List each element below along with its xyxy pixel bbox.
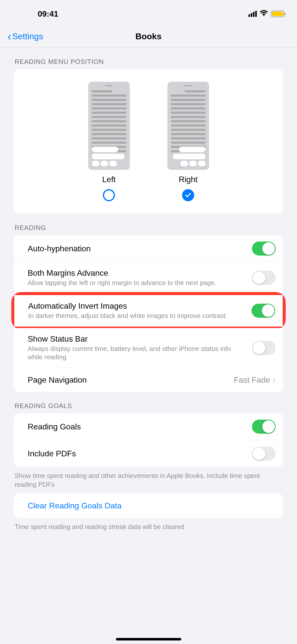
chevron-right-icon: › bbox=[273, 375, 276, 385]
section-header-goals: READING GOALS bbox=[0, 392, 297, 413]
back-label: Settings bbox=[12, 31, 43, 41]
row-invert-images: Automatically Invert Images In darker th… bbox=[14, 295, 283, 327]
goals-group: Reading Goals Include PDFs bbox=[14, 413, 283, 467]
phone-mock-left bbox=[88, 82, 130, 170]
include-pdfs-title: Include PDFs bbox=[28, 449, 247, 458]
chevron-left-icon: ‹ bbox=[8, 30, 11, 43]
section-header-menu-position: READING MENU POSITION bbox=[0, 48, 297, 69]
menu-option-left[interactable]: Left bbox=[88, 82, 130, 201]
wifi-icon bbox=[260, 10, 268, 18]
phone-mock-right bbox=[167, 82, 209, 170]
invert-images-switch[interactable] bbox=[251, 304, 275, 318]
page-nav-title: Page Navigation bbox=[28, 375, 229, 385]
auto-hyphen-switch[interactable] bbox=[252, 242, 276, 256]
page-nav-value: Fast Fade bbox=[234, 375, 270, 385]
reading-group: Auto-hyphenation Both Margins Advance Al… bbox=[14, 235, 283, 294]
reading-goals-switch[interactable] bbox=[252, 420, 276, 434]
nav-bar: ‹ Settings Books bbox=[0, 25, 297, 48]
auto-hyphen-title: Auto-hyphenation bbox=[28, 244, 247, 253]
clear-reading-goals-button[interactable]: Clear Reading Goals Data bbox=[14, 494, 283, 518]
page-title: Books bbox=[136, 31, 162, 41]
both-margins-switch[interactable] bbox=[252, 271, 276, 285]
status-bar-sub: Always display current time, battery lev… bbox=[28, 345, 247, 362]
include-pdfs-switch[interactable] bbox=[252, 447, 276, 461]
row-include-pdfs: Include PDFs bbox=[14, 440, 283, 467]
goals-footer: Show time spent reading and other achiev… bbox=[0, 467, 297, 494]
radio-left[interactable] bbox=[103, 189, 115, 201]
radio-right[interactable] bbox=[182, 189, 194, 201]
status-icons bbox=[248, 10, 284, 18]
both-margins-sub: Allow tapping the left or right margin t… bbox=[28, 279, 247, 287]
row-both-margins: Both Margins Advance Allow tapping the l… bbox=[14, 262, 283, 294]
cellular-icon bbox=[248, 11, 257, 17]
row-page-navigation[interactable]: Page Navigation Fast Fade › bbox=[14, 368, 283, 392]
battery-icon bbox=[271, 11, 284, 17]
section-header-reading: READING bbox=[0, 214, 297, 235]
menu-option-right[interactable]: Right bbox=[167, 82, 209, 201]
status-bar-switch[interactable] bbox=[252, 341, 276, 355]
both-margins-title: Both Margins Advance bbox=[28, 268, 247, 278]
row-auto-hyphenation: Auto-hyphenation bbox=[14, 235, 283, 262]
reading-goals-title: Reading Goals bbox=[28, 422, 247, 431]
home-indicator[interactable] bbox=[116, 638, 181, 640]
row-status-bar: Show Status Bar Always display current t… bbox=[14, 328, 283, 368]
row-reading-goals: Reading Goals bbox=[14, 413, 283, 440]
status-bar-title: Show Status Bar bbox=[28, 334, 247, 344]
reading-group-2: Show Status Bar Always display current t… bbox=[14, 328, 283, 392]
invert-images-sub: In darker themes, adjust black and white… bbox=[28, 312, 246, 320]
reading-menu-position-group: Left Right bbox=[14, 69, 283, 214]
clear-footer: Time spent reading and reading streak da… bbox=[0, 518, 297, 536]
back-button[interactable]: ‹ Settings bbox=[8, 30, 43, 43]
status-time: 09:41 bbox=[38, 9, 58, 19]
clear-group: Clear Reading Goals Data bbox=[14, 494, 283, 518]
status-bar: 09:41 bbox=[0, 0, 297, 25]
menu-label-left: Left bbox=[102, 175, 115, 184]
menu-label-right: Right bbox=[179, 175, 198, 184]
invert-images-title: Automatically Invert Images bbox=[28, 301, 246, 311]
highlight-annotation: Automatically Invert Images In darker th… bbox=[11, 292, 286, 330]
